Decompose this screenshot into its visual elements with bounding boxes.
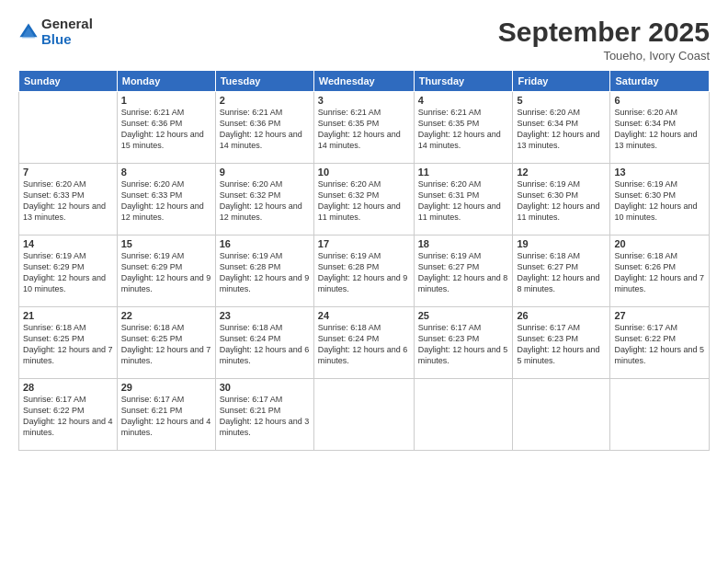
day-number: 5 bbox=[517, 95, 606, 106]
calendar-cell: 2Sunrise: 6:21 AM Sunset: 6:36 PM Daylig… bbox=[215, 92, 313, 164]
day-number: 15 bbox=[121, 238, 211, 249]
logo-blue: Blue bbox=[41, 32, 93, 48]
day-info: Sunrise: 6:17 AM Sunset: 6:22 PM Dayligh… bbox=[614, 322, 705, 367]
day-info: Sunrise: 6:18 AM Sunset: 6:24 PM Dayligh… bbox=[318, 322, 410, 367]
day-info: Sunrise: 6:18 AM Sunset: 6:25 PM Dayligh… bbox=[23, 322, 113, 367]
day-number: 6 bbox=[614, 95, 705, 106]
day-number: 29 bbox=[121, 382, 211, 393]
col-tuesday: Tuesday bbox=[215, 71, 313, 92]
calendar-cell: 18Sunrise: 6:19 AM Sunset: 6:27 PM Dayli… bbox=[414, 236, 513, 307]
calendar-cell: 17Sunrise: 6:19 AM Sunset: 6:28 PM Dayli… bbox=[313, 236, 414, 307]
calendar-cell: 28Sunrise: 6:17 AM Sunset: 6:22 PM Dayli… bbox=[19, 379, 118, 451]
day-number: 2 bbox=[220, 95, 310, 106]
day-info: Sunrise: 6:17 AM Sunset: 6:21 PM Dayligh… bbox=[220, 394, 310, 439]
day-number: 12 bbox=[517, 167, 606, 178]
calendar-cell bbox=[414, 379, 513, 451]
day-info: Sunrise: 6:19 AM Sunset: 6:27 PM Dayligh… bbox=[418, 250, 509, 295]
calendar-cell: 19Sunrise: 6:18 AM Sunset: 6:27 PM Dayli… bbox=[513, 236, 610, 307]
calendar-cell: 21Sunrise: 6:18 AM Sunset: 6:25 PM Dayli… bbox=[19, 307, 118, 379]
calendar-week-5: 28Sunrise: 6:17 AM Sunset: 6:22 PM Dayli… bbox=[19, 379, 710, 451]
day-number: 26 bbox=[517, 310, 606, 321]
day-info: Sunrise: 6:19 AM Sunset: 6:30 PM Dayligh… bbox=[517, 178, 606, 224]
day-number: 27 bbox=[614, 310, 705, 321]
calendar-cell: 10Sunrise: 6:20 AM Sunset: 6:32 PM Dayli… bbox=[313, 164, 414, 236]
location: Toueho, Ivory Coast bbox=[498, 49, 710, 63]
day-number: 4 bbox=[418, 95, 509, 106]
day-info: Sunrise: 6:19 AM Sunset: 6:29 PM Dayligh… bbox=[23, 250, 113, 295]
day-info: Sunrise: 6:20 AM Sunset: 6:31 PM Dayligh… bbox=[418, 178, 509, 224]
day-info: Sunrise: 6:20 AM Sunset: 6:33 PM Dayligh… bbox=[121, 178, 211, 224]
calendar-week-4: 21Sunrise: 6:18 AM Sunset: 6:25 PM Dayli… bbox=[19, 307, 710, 379]
col-monday: Monday bbox=[117, 71, 215, 92]
day-info: Sunrise: 6:18 AM Sunset: 6:25 PM Dayligh… bbox=[121, 322, 211, 367]
day-info: Sunrise: 6:19 AM Sunset: 6:30 PM Dayligh… bbox=[614, 178, 705, 224]
day-info: Sunrise: 6:17 AM Sunset: 6:21 PM Dayligh… bbox=[121, 394, 211, 439]
day-info: Sunrise: 6:18 AM Sunset: 6:27 PM Dayligh… bbox=[517, 250, 606, 295]
col-thursday: Thursday bbox=[414, 71, 513, 92]
day-number: 25 bbox=[418, 310, 509, 321]
logo-icon bbox=[18, 22, 39, 42]
calendar-week-3: 14Sunrise: 6:19 AM Sunset: 6:29 PM Dayli… bbox=[19, 236, 710, 307]
calendar-table: Sunday Monday Tuesday Wednesday Thursday… bbox=[18, 70, 710, 451]
calendar-cell: 20Sunrise: 6:18 AM Sunset: 6:26 PM Dayli… bbox=[610, 236, 710, 307]
day-info: Sunrise: 6:21 AM Sunset: 6:36 PM Dayligh… bbox=[121, 107, 211, 152]
logo-general: General bbox=[41, 17, 93, 32]
calendar-cell: 5Sunrise: 6:20 AM Sunset: 6:34 PM Daylig… bbox=[513, 92, 610, 164]
day-number: 1 bbox=[121, 95, 211, 106]
day-info: Sunrise: 6:19 AM Sunset: 6:28 PM Dayligh… bbox=[318, 250, 410, 295]
calendar-cell: 3Sunrise: 6:21 AM Sunset: 6:35 PM Daylig… bbox=[313, 92, 414, 164]
day-info: Sunrise: 6:20 AM Sunset: 6:33 PM Dayligh… bbox=[23, 178, 113, 224]
calendar-cell: 12Sunrise: 6:19 AM Sunset: 6:30 PM Dayli… bbox=[513, 164, 610, 236]
calendar-cell: 24Sunrise: 6:18 AM Sunset: 6:24 PM Dayli… bbox=[313, 307, 414, 379]
page: General Blue September 2025 Toueho, Ivor… bbox=[0, 0, 728, 563]
day-number: 11 bbox=[418, 167, 509, 178]
calendar-week-2: 7Sunrise: 6:20 AM Sunset: 6:33 PM Daylig… bbox=[19, 164, 710, 236]
calendar-cell: 13Sunrise: 6:19 AM Sunset: 6:30 PM Dayli… bbox=[610, 164, 710, 236]
calendar-cell: 26Sunrise: 6:17 AM Sunset: 6:23 PM Dayli… bbox=[513, 307, 610, 379]
logo: General Blue bbox=[18, 17, 93, 47]
calendar-cell: 9Sunrise: 6:20 AM Sunset: 6:32 PM Daylig… bbox=[215, 164, 313, 236]
title-block: September 2025 Toueho, Ivory Coast bbox=[498, 17, 710, 63]
logo-text: General Blue bbox=[41, 17, 93, 47]
calendar-cell: 7Sunrise: 6:20 AM Sunset: 6:33 PM Daylig… bbox=[19, 164, 118, 236]
day-number: 8 bbox=[121, 167, 211, 178]
day-number: 16 bbox=[220, 238, 310, 249]
calendar-cell: 15Sunrise: 6:19 AM Sunset: 6:29 PM Dayli… bbox=[117, 236, 215, 307]
col-wednesday: Wednesday bbox=[313, 71, 414, 92]
calendar-cell: 25Sunrise: 6:17 AM Sunset: 6:23 PM Dayli… bbox=[414, 307, 513, 379]
day-number: 17 bbox=[318, 238, 410, 249]
calendar-cell: 4Sunrise: 6:21 AM Sunset: 6:35 PM Daylig… bbox=[414, 92, 513, 164]
day-number: 30 bbox=[220, 382, 310, 393]
day-info: Sunrise: 6:17 AM Sunset: 6:23 PM Dayligh… bbox=[517, 322, 606, 367]
day-number: 18 bbox=[418, 238, 509, 249]
col-sunday: Sunday bbox=[19, 71, 118, 92]
day-info: Sunrise: 6:19 AM Sunset: 6:29 PM Dayligh… bbox=[121, 250, 211, 295]
day-number: 10 bbox=[318, 167, 410, 178]
calendar-cell: 22Sunrise: 6:18 AM Sunset: 6:25 PM Dayli… bbox=[117, 307, 215, 379]
calendar-cell bbox=[313, 379, 414, 451]
col-friday: Friday bbox=[513, 71, 610, 92]
day-info: Sunrise: 6:21 AM Sunset: 6:35 PM Dayligh… bbox=[318, 107, 410, 152]
calendar-cell: 8Sunrise: 6:20 AM Sunset: 6:33 PM Daylig… bbox=[117, 164, 215, 236]
day-info: Sunrise: 6:20 AM Sunset: 6:32 PM Dayligh… bbox=[318, 178, 410, 224]
calendar-cell: 14Sunrise: 6:19 AM Sunset: 6:29 PM Dayli… bbox=[19, 236, 118, 307]
day-info: Sunrise: 6:21 AM Sunset: 6:35 PM Dayligh… bbox=[418, 107, 509, 152]
day-info: Sunrise: 6:20 AM Sunset: 6:34 PM Dayligh… bbox=[517, 107, 606, 152]
day-number: 7 bbox=[23, 167, 113, 178]
day-number: 28 bbox=[23, 382, 113, 393]
calendar-cell bbox=[610, 379, 710, 451]
calendar-cell: 23Sunrise: 6:18 AM Sunset: 6:24 PM Dayli… bbox=[215, 307, 313, 379]
calendar-cell: 11Sunrise: 6:20 AM Sunset: 6:31 PM Dayli… bbox=[414, 164, 513, 236]
day-info: Sunrise: 6:20 AM Sunset: 6:32 PM Dayligh… bbox=[220, 178, 310, 224]
calendar-cell: 29Sunrise: 6:17 AM Sunset: 6:21 PM Dayli… bbox=[117, 379, 215, 451]
day-number: 13 bbox=[614, 167, 705, 178]
day-number: 20 bbox=[614, 238, 705, 249]
day-number: 14 bbox=[23, 238, 113, 249]
day-number: 3 bbox=[318, 95, 410, 106]
day-number: 22 bbox=[121, 310, 211, 321]
day-number: 19 bbox=[517, 238, 606, 249]
month-title: September 2025 bbox=[498, 17, 710, 47]
header-row: Sunday Monday Tuesday Wednesday Thursday… bbox=[19, 71, 710, 92]
header: General Blue September 2025 Toueho, Ivor… bbox=[18, 17, 710, 63]
calendar-cell: 6Sunrise: 6:20 AM Sunset: 6:34 PM Daylig… bbox=[610, 92, 710, 164]
